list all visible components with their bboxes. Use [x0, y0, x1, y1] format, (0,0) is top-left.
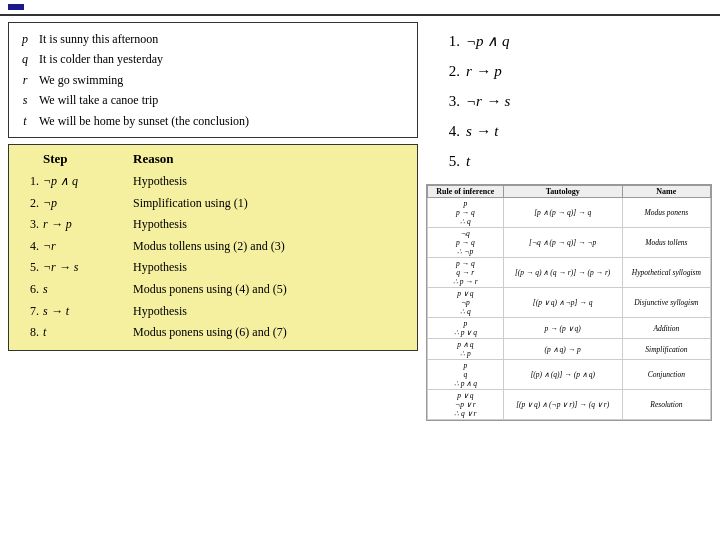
inference-rule: p∴ p ∨ q — [428, 318, 504, 339]
inference-tautology: [(p ∨ q) ∧ ¬p] → q — [503, 288, 622, 318]
inference-tautology: (p ∧ q) → p — [503, 339, 622, 360]
step-formula: ¬r → s — [43, 257, 133, 279]
inference-rule: p ∨ q¬p∴ q — [428, 288, 504, 318]
step-number: 2. — [23, 193, 43, 215]
step-reason: Hypothesis — [133, 214, 407, 236]
inference-rule: p → qq → r∴ p → r — [428, 258, 504, 288]
step-row: 3. r → p Hypothesis — [19, 214, 407, 236]
num-label: 3. — [436, 86, 460, 116]
col-tautology: Tautology — [503, 186, 622, 198]
step-reason: Modus ponens using (4) and (5) — [133, 279, 407, 301]
step-number: 1. — [23, 171, 43, 193]
step-number: 8. — [23, 322, 43, 344]
steps-header: Step Reason — [19, 151, 407, 167]
step-row: 6. s Modus ponens using (4) and (5) — [19, 279, 407, 301]
step-reason: Modus tollens using (2) and (3) — [133, 236, 407, 258]
inference-row: p ∨ q¬p∴ q [(p ∨ q) ∧ ¬p] → q Disjunctiv… — [428, 288, 711, 318]
inference-rule: pp → q∴ q — [428, 198, 504, 228]
inference-name: Modus tollens — [622, 228, 710, 258]
inference-tautology: [(p → q) ∧ (q → r)] → (p → r) — [503, 258, 622, 288]
inference-name: Disjunctive syllogism — [622, 288, 710, 318]
numbered-item: 1. ¬p ∧ q — [436, 26, 712, 56]
inference-name: Hypothetical syllogism — [622, 258, 710, 288]
step-reason: Hypothesis — [133, 257, 407, 279]
step-number: 7. — [23, 301, 43, 323]
inference-rule: pq∴ p ∧ q — [428, 360, 504, 390]
var-row: rWe go swimming — [19, 70, 407, 90]
variable-definitions: pIt is sunny this afternoonqIt is colder… — [8, 22, 418, 138]
step-reason: Hypothesis — [133, 171, 407, 193]
var-letter: t — [19, 111, 31, 131]
page-header — [0, 0, 720, 16]
col-step: Step — [43, 151, 133, 167]
step-row: 7. s → t Hypothesis — [19, 301, 407, 323]
var-row: qIt is colder than yesterday — [19, 49, 407, 69]
var-letter: q — [19, 49, 31, 69]
step-number: 3. — [23, 214, 43, 236]
step-number: 4. — [23, 236, 43, 258]
var-row: pIt is sunny this afternoon — [19, 29, 407, 49]
step-formula: ¬p ∧ q — [43, 171, 133, 193]
inference-tautology: [(p) ∧ (q)] → (p ∧ q) — [503, 360, 622, 390]
inference-name: Conjunction — [622, 360, 710, 390]
num-label: 5. — [436, 146, 460, 176]
inference-row: pq∴ p ∧ q [(p) ∧ (q)] → (p ∧ q) Conjunct… — [428, 360, 711, 390]
inference-table-header-row: Rule of inference Tautology Name — [428, 186, 711, 198]
inference-table-grid: Rule of inference Tautology Name pp → q∴… — [427, 185, 711, 420]
var-letter: r — [19, 70, 31, 90]
col-rule: Rule of inference — [428, 186, 504, 198]
right-panel: 1. ¬p ∧ q 2. r → p 3. ¬r → s 4. s → t 5.… — [426, 22, 712, 421]
inference-rule: p ∨ q¬p ∨ r∴ q ∨ r — [428, 390, 504, 420]
inference-tautology: [p ∧ (p → q)] → q — [503, 198, 622, 228]
numbered-item: 2. r → p — [436, 56, 712, 86]
step-row: 1. ¬p ∧ q Hypothesis — [19, 171, 407, 193]
inference-row: ¬qp → q∴ ¬p [¬q ∧ (p → q)] → ¬p Modus to… — [428, 228, 711, 258]
num-label: 4. — [436, 116, 460, 146]
inference-table-head: Rule of inference Tautology Name — [428, 186, 711, 198]
inference-name: Resolution — [622, 390, 710, 420]
numbered-item: 3. ¬r → s — [436, 86, 712, 116]
var-desc: We will be home by sunset (the conclusio… — [39, 111, 407, 131]
num-formula: r → p — [466, 56, 502, 86]
step-row: 8. t Modus ponens using (6) and (7) — [19, 322, 407, 344]
step-formula: s — [43, 279, 133, 301]
var-desc: It is colder than yesterday — [39, 49, 407, 69]
main-content: pIt is sunny this afternoonqIt is colder… — [0, 16, 720, 427]
num-label: 2. — [436, 56, 460, 86]
inference-rule: p ∧ q∴ p — [428, 339, 504, 360]
inference-name: Addition — [622, 318, 710, 339]
inference-tautology: [(p ∨ q) ∧ (¬p ∨ r)] → (q ∨ r) — [503, 390, 622, 420]
inference-name: Simplification — [622, 339, 710, 360]
inference-row: p ∨ q¬p ∨ r∴ q ∨ r [(p ∨ q) ∧ (¬p ∨ r)] … — [428, 390, 711, 420]
var-desc: We will take a canoe trip — [39, 90, 407, 110]
step-number: 5. — [23, 257, 43, 279]
inference-rule: ¬qp → q∴ ¬p — [428, 228, 504, 258]
num-label: 1. — [436, 26, 460, 56]
var-row: sWe will take a canoe trip — [19, 90, 407, 110]
numbered-item: 4. s → t — [436, 116, 712, 146]
var-row: tWe will be home by sunset (the conclusi… — [19, 111, 407, 131]
inference-row: p ∧ q∴ p (p ∧ q) → p Simplification — [428, 339, 711, 360]
page-title — [8, 4, 24, 10]
step-number: 6. — [23, 279, 43, 301]
inference-name: Modus ponens — [622, 198, 710, 228]
step-row: 4. ¬r Modus tollens using (2) and (3) — [19, 236, 407, 258]
step-reason: Simplification using (1) — [133, 193, 407, 215]
step-reason: Hypothesis — [133, 301, 407, 323]
var-letter: p — [19, 29, 31, 49]
var-letter: s — [19, 90, 31, 110]
left-panel: pIt is sunny this afternoonqIt is colder… — [8, 22, 418, 421]
inference-tautology: p → (p ∨ q) — [503, 318, 622, 339]
num-formula: ¬p ∧ q — [466, 26, 510, 56]
numbered-item: 5. t — [436, 146, 712, 176]
inference-row: pp → q∴ q [p ∧ (p → q)] → q Modus ponens — [428, 198, 711, 228]
num-formula: ¬r → s — [466, 86, 510, 116]
col-name: Name — [622, 186, 710, 198]
inference-tautology: [¬q ∧ (p → q)] → ¬p — [503, 228, 622, 258]
steps-rows: 1. ¬p ∧ q Hypothesis 2. ¬p Simplificatio… — [19, 171, 407, 344]
step-row: 2. ¬p Simplification using (1) — [19, 193, 407, 215]
col-num — [23, 151, 43, 167]
inference-reference-table: Rule of inference Tautology Name pp → q∴… — [426, 184, 712, 421]
step-formula: s → t — [43, 301, 133, 323]
step-row: 5. ¬r → s Hypothesis — [19, 257, 407, 279]
